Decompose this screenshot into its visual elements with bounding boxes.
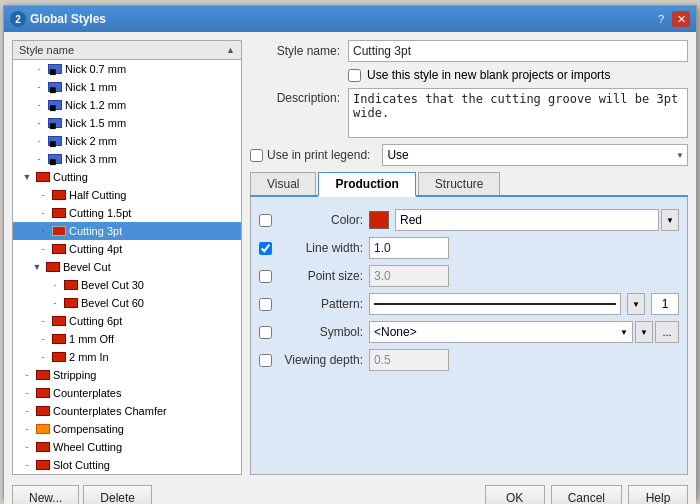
item-label-cutting: Cutting <box>53 171 88 183</box>
tree-item-stripping[interactable]: - Stripping <box>13 366 241 384</box>
tree-item-1mm-off[interactable]: - 1 mm Off <box>13 330 241 348</box>
item-label: Compensating <box>53 423 124 435</box>
close-btn[interactable]: ✕ <box>672 11 690 27</box>
toggle: - <box>33 82 45 92</box>
window-body: Style name ▲ - ■ Nick 0.7 mm - ■ Nick 1 … <box>4 32 696 504</box>
tree-item-half-cutting[interactable]: - Half Cutting <box>13 186 241 204</box>
tree-item-nick-2[interactable]: - ■ Nick 2 mm <box>13 132 241 150</box>
title-bar: 2 Global Styles ? ✕ <box>4 6 696 32</box>
tab-visual[interactable]: Visual <box>250 172 316 195</box>
tree-item-cutting-15[interactable]: - Cutting 1.5pt <box>13 204 241 222</box>
symbol-checkbox[interactable] <box>259 326 272 339</box>
toggle-bevel[interactable]: ▼ <box>31 262 43 272</box>
delete-button[interactable]: Delete <box>83 485 152 504</box>
point-size-input[interactable] <box>369 265 449 287</box>
toggle: - <box>33 136 45 146</box>
window-title: Global Styles <box>30 12 106 26</box>
tree-item-cutting-6[interactable]: - Cutting 6pt <box>13 312 241 330</box>
pattern-checkbox[interactable] <box>259 298 272 311</box>
use-in-blank-checkbox[interactable] <box>348 69 361 82</box>
item-label: Nick 3 mm <box>65 153 117 165</box>
description-textarea[interactable]: Indicates that the cutting groove will b… <box>348 88 688 138</box>
toggle: - <box>21 442 33 452</box>
pattern-number-input[interactable] <box>651 293 679 315</box>
tree-item-nick-15[interactable]: - ■ Nick 1.5 mm <box>13 114 241 132</box>
item-label: Counterplates <box>53 387 122 399</box>
viewing-depth-input[interactable] <box>369 349 449 371</box>
tree-item-nick-12[interactable]: - ■ Nick 1.2 mm <box>13 96 241 114</box>
symbol-select-wrap: <None> ▼ ▼ ... <box>369 321 679 343</box>
toggle-cutting[interactable]: ▼ <box>21 172 33 182</box>
tree-item-counterplates-chamfer[interactable]: - Counterplates Chamfer <box>13 402 241 420</box>
color-dropdown-btn[interactable]: ▼ <box>661 209 679 231</box>
print-legend-label: Use in print legend: <box>250 148 374 162</box>
tree-item-2mm-in[interactable]: - 2 mm In <box>13 348 241 366</box>
viewing-depth-row: Viewing depth: <box>259 347 679 373</box>
help-button[interactable]: Help <box>628 485 688 504</box>
viewing-depth-checkbox[interactable] <box>259 354 272 367</box>
symbol-dropdown-btn[interactable]: ▼ <box>635 321 653 343</box>
tree-item-slot-cutting[interactable]: - Slot Cutting <box>13 456 241 474</box>
point-size-label: Point size: <box>278 269 363 283</box>
item-label-bevel: Bevel Cut <box>63 261 111 273</box>
tree-item-wheel-cutting[interactable]: - Wheel Cutting <box>13 438 241 456</box>
point-size-checkbox[interactable] <box>259 270 272 283</box>
point-size-row: Point size: <box>259 263 679 289</box>
toggle: - <box>37 352 49 362</box>
color-select[interactable]: Red <box>395 209 659 231</box>
toggle: - <box>21 370 33 380</box>
toggle: - <box>49 298 61 308</box>
symbol-label: Symbol: <box>278 325 363 339</box>
description-label: Description: <box>250 88 340 105</box>
item-label: Nick 0.7 mm <box>65 63 126 75</box>
pattern-dropdown-btn[interactable]: ▼ <box>627 293 645 315</box>
tree-item-counterplates[interactable]: - Counterplates <box>13 384 241 402</box>
tree-item-bevel-60[interactable]: - Bevel Cut 60 <box>13 294 241 312</box>
item-icon: ■ <box>48 118 62 128</box>
symbol-browse-btn[interactable]: ... <box>655 321 679 343</box>
toggle: - <box>21 388 33 398</box>
tree-item-cutting[interactable]: ▼ Cutting <box>13 168 241 186</box>
toggle: - <box>37 316 49 326</box>
ok-button[interactable]: OK <box>485 485 545 504</box>
item-icon <box>52 190 66 200</box>
color-checkbox[interactable] <box>259 214 272 227</box>
item-icon <box>64 298 78 308</box>
item-icon: ■ <box>48 136 62 146</box>
line-width-checkbox[interactable] <box>259 242 272 255</box>
tree-item-nick-1[interactable]: - ■ Nick 1 mm <box>13 78 241 96</box>
folder-icon-bevel <box>46 262 60 272</box>
color-select-wrap: Red ▼ <box>395 209 679 231</box>
tree-item-compensating[interactable]: - Compensating <box>13 420 241 438</box>
print-legend-select-wrap: Use <box>382 144 688 166</box>
item-label-cutting-3: Cutting 3pt <box>69 225 122 237</box>
toggle: - <box>33 100 45 110</box>
print-legend-row: Use in print legend: Use <box>250 144 688 166</box>
bottom-right-buttons: OK Cancel Help <box>485 485 688 504</box>
tree-item-bevel-30[interactable]: - Bevel Cut 30 <box>13 276 241 294</box>
item-label: Half Cutting <box>69 189 126 201</box>
toggle: - <box>21 424 33 434</box>
tree-item-cutting-3[interactable]: - Cutting 3pt <box>13 222 241 240</box>
tree-item-nick-07[interactable]: - ■ Nick 0.7 mm <box>13 60 241 78</box>
style-tree-panel[interactable]: Style name ▲ - ■ Nick 0.7 mm - ■ Nick 1 … <box>12 40 242 475</box>
print-legend-select[interactable]: Use <box>382 144 688 166</box>
toggle: - <box>37 244 49 254</box>
tree-item-nick-3[interactable]: - ■ Nick 3 mm <box>13 150 241 168</box>
cancel-button[interactable]: Cancel <box>551 485 622 504</box>
global-styles-window: 2 Global Styles ? ✕ Style name ▲ - ■ <box>3 5 697 499</box>
tree-item-cutting-4[interactable]: - Cutting 4pt <box>13 240 241 258</box>
tab-structure[interactable]: Structure <box>418 172 501 195</box>
print-legend-checkbox[interactable] <box>250 149 263 162</box>
new-button[interactable]: New... <box>12 485 79 504</box>
tab-production[interactable]: Production <box>318 172 415 197</box>
tree-item-bevel-cut[interactable]: ▼ Bevel Cut <box>13 258 241 276</box>
style-name-input[interactable] <box>348 40 688 62</box>
title-bar-left: 2 Global Styles <box>10 11 106 27</box>
tree-scroll-indicator: ▲ <box>226 45 235 55</box>
symbol-row: Symbol: <None> ▼ ▼ ... <box>259 319 679 345</box>
folder-icon-cutting <box>36 172 50 182</box>
tree-header: Style name ▲ <box>13 41 241 60</box>
help-title-btn[interactable]: ? <box>652 11 670 27</box>
line-width-input[interactable] <box>369 237 449 259</box>
